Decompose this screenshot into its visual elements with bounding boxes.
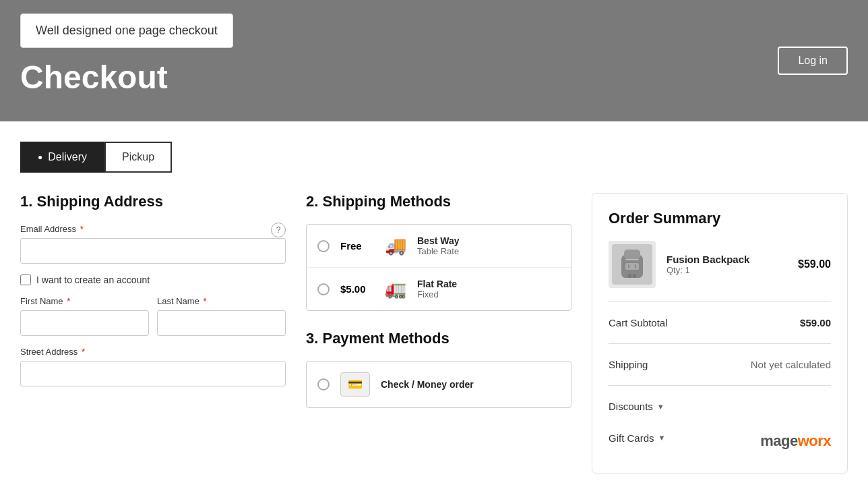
last-name-required: *: [204, 296, 207, 306]
payment-label-check: Check / Money order: [381, 379, 474, 390]
svg-rect-2: [624, 250, 640, 259]
shipping-price-flat: $5.00: [340, 283, 374, 295]
email-group: Email Address * ?: [20, 224, 286, 264]
payment-option-check[interactable]: 💳 Check / Money order: [306, 361, 571, 408]
shipping-details-flat: Flat Rate Fixed: [417, 279, 457, 299]
shipping-option-free[interactable]: Free 🚚 Best Way Table Rate: [307, 225, 571, 268]
tab-delivery-label: Delivery: [48, 151, 87, 163]
cart-subtotal-label: Cart Subtotal: [609, 317, 668, 328]
payment-methods-title: 3. Payment Methods: [306, 330, 571, 347]
shipping-address-title: 1. Shipping Address: [20, 193, 286, 210]
shipping-label: Shipping: [609, 359, 648, 370]
backpack-icon: [612, 244, 652, 285]
svg-rect-5: [628, 264, 629, 268]
divider-3: [609, 385, 831, 386]
discounts-label[interactable]: Discounts ▼: [609, 401, 664, 412]
shipping-radio-free[interactable]: [317, 240, 330, 252]
shipping-service-free: Table Rate: [417, 246, 460, 256]
delivery-tabs: Delivery Pickup: [20, 142, 848, 173]
svg-rect-6: [635, 264, 636, 268]
first-name-input[interactable]: [20, 310, 149, 336]
order-summary-panel: Order Summary: [592, 193, 848, 473]
shipping-option-flat[interactable]: $5.00 🚛 Flat Rate Fixed: [307, 268, 571, 310]
page-title: Checkout: [20, 59, 848, 96]
shipping-address-section: 1. Shipping Address Email Address * ? I …: [20, 193, 286, 397]
shipping-methods-title: 2. Shipping Methods: [306, 193, 571, 210]
cart-subtotal-value: $59.00: [800, 317, 831, 328]
checkout-grid: 1. Shipping Address Email Address * ? I …: [20, 193, 848, 473]
first-name-required: *: [67, 296, 70, 306]
shipping-details-free: Best Way Table Rate: [417, 235, 460, 256]
mageworx-text: mageworx: [760, 432, 831, 449]
gift-cards-label[interactable]: Gift Cards ▼: [609, 432, 665, 444]
header-tooltip: Well designed one page checkout: [20, 13, 233, 48]
create-account-checkbox[interactable]: [20, 275, 31, 285]
shipping-truck-icon-1: 🚚: [385, 235, 406, 256]
mageworx-logo: mageworx: [760, 432, 831, 450]
shipping-truck-icon-2: 🚛: [385, 279, 406, 299]
street-address-group: Street Address *: [20, 347, 286, 386]
street-address-input[interactable]: [20, 361, 286, 386]
email-required: *: [80, 224, 84, 234]
tab-delivery[interactable]: Delivery: [20, 142, 104, 173]
shipping-service-flat: Fixed: [417, 289, 457, 299]
name-row: First Name * Last Name *: [20, 296, 286, 347]
email-help-icon[interactable]: ?: [271, 223, 286, 237]
svg-rect-3: [625, 259, 639, 260]
email-label: Email Address * ?: [20, 224, 286, 234]
product-row: Fusion Backpack Qty: 1 $59.00: [609, 241, 831, 288]
login-button[interactable]: Log in: [778, 47, 848, 75]
last-name-input[interactable]: [157, 310, 286, 336]
shipping-row: Shipping Not yet calculated: [609, 352, 831, 377]
product-price: $59.00: [798, 258, 831, 270]
svg-rect-7: [628, 274, 631, 278]
shipping-price-free: Free: [340, 240, 374, 252]
payment-radio-check[interactable]: [317, 378, 330, 391]
order-summary-title: Order Summary: [609, 210, 831, 227]
last-name-group: Last Name *: [157, 296, 286, 336]
street-required: *: [82, 347, 85, 357]
shipping-carrier-free: Best Way: [417, 235, 460, 246]
product-image: [609, 241, 656, 288]
divider-1: [609, 301, 831, 302]
discounts-expand-icon: ▼: [657, 403, 664, 411]
discounts-row[interactable]: Discounts ▼: [609, 394, 831, 419]
email-input[interactable]: [20, 238, 286, 264]
gift-cards-row[interactable]: Gift Cards ▼ mageworx: [609, 419, 831, 457]
shipping-radio-flat[interactable]: [317, 283, 330, 295]
first-name-group: First Name *: [20, 296, 149, 336]
shipping-options: Free 🚚 Best Way Table Rate $5.00 🚛 Flat …: [306, 224, 571, 311]
create-account-row: I want to create an account: [20, 275, 286, 285]
tab-pickup[interactable]: Pickup: [104, 142, 172, 173]
gift-cards-expand-icon: ▼: [658, 434, 666, 442]
main-content: Delivery Pickup 1. Shipping Address Emai…: [0, 121, 868, 491]
create-account-label: I want to create an account: [36, 275, 150, 285]
divider-2: [609, 343, 831, 344]
last-name-label: Last Name *: [157, 296, 286, 306]
payment-card-icon: 💳: [340, 372, 370, 397]
shipping-value: Not yet calculated: [751, 359, 831, 370]
page-header: Well designed one page checkout Checkout…: [0, 0, 868, 121]
methods-section: 2. Shipping Methods Free 🚚 Best Way Tabl…: [306, 193, 571, 408]
product-qty: Qty: 1: [666, 265, 787, 275]
tab-pickup-label: Pickup: [122, 151, 154, 163]
svg-rect-4: [625, 263, 639, 270]
svg-rect-8: [633, 274, 636, 278]
first-name-label: First Name *: [20, 296, 149, 306]
cart-subtotal-row: Cart Subtotal $59.00: [609, 310, 831, 335]
shipping-carrier-flat: Flat Rate: [417, 279, 457, 289]
street-address-label: Street Address *: [20, 347, 286, 357]
product-info: Fusion Backpack Qty: 1: [666, 254, 787, 275]
product-name: Fusion Backpack: [666, 254, 787, 265]
